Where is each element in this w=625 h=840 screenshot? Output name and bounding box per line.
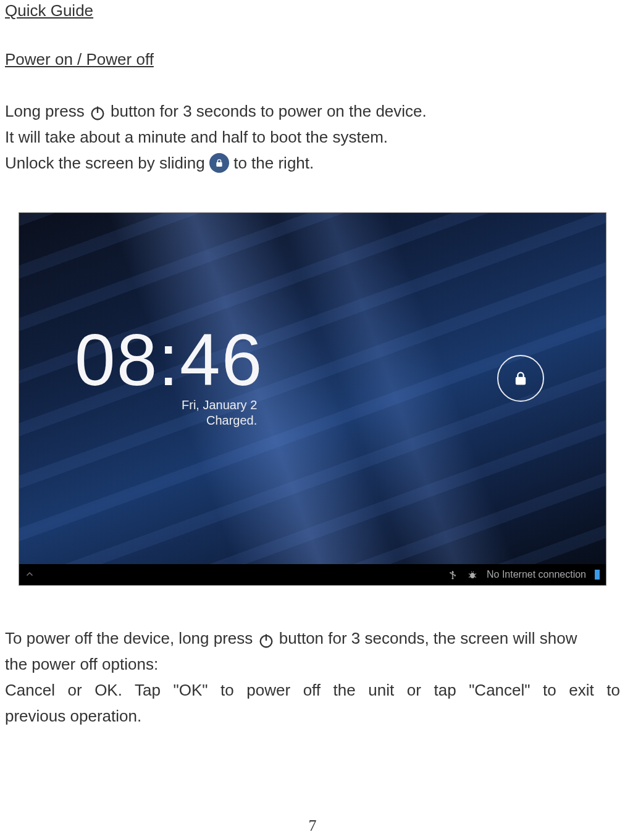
guide-title: Quick Guide <box>5 1 620 20</box>
svg-point-4 <box>452 578 454 580</box>
lockscreen-screenshot: 08:46 Fri, January 2 Charged. <box>19 212 606 586</box>
paragraph-line-3: Unlock the screen by sliding to the righ… <box>5 151 620 175</box>
status-text: No Internet connection <box>487 569 586 580</box>
below-line-4: previous operation. <box>5 703 620 729</box>
para1-text-a: Long press <box>5 102 89 120</box>
svg-point-13 <box>471 572 472 573</box>
clock-time: 08:46 <box>75 318 263 402</box>
clock-area: 08:46 Fri, January 2 Charged. <box>75 318 263 428</box>
para1-text-b: button for 3 seconds to power on the dev… <box>111 102 427 120</box>
paragraph-line-1: Long press button for 3 seconds to power… <box>5 99 620 123</box>
below-line-1: To power off the device, long press butt… <box>5 625 620 651</box>
lock-icon <box>209 153 229 173</box>
below1-text-b: button for 3 seconds, the screen will sh… <box>279 629 577 647</box>
below1-text-a: To power off the device, long press <box>5 629 258 647</box>
battery-icon <box>595 570 600 580</box>
swipe-up-icon <box>24 569 35 583</box>
status-bar: No Internet connection <box>19 564 606 585</box>
usb-icon <box>447 569 458 580</box>
svg-point-6 <box>450 572 451 573</box>
section-title: Power on / Power off <box>5 50 620 69</box>
below-paragraph: To power off the device, long press butt… <box>5 625 620 729</box>
para3-text-b: to the right. <box>233 154 314 172</box>
paragraph-line-2: It will take about a minute and half to … <box>5 125 620 149</box>
lock-slider-handle[interactable] <box>497 355 544 402</box>
svg-rect-7 <box>455 575 456 576</box>
debug-icon <box>467 569 478 580</box>
para3-text-a: Unlock the screen by sliding <box>5 154 209 172</box>
svg-rect-3 <box>516 378 525 385</box>
svg-line-12 <box>474 576 476 578</box>
below-line-3: Cancel or OK. Tap "OK" to power off the … <box>5 677 620 703</box>
svg-line-11 <box>469 576 471 578</box>
svg-point-8 <box>470 573 475 578</box>
power-icon <box>258 631 275 648</box>
below-line-2: the power off options: <box>5 651 620 677</box>
page-number: 7 <box>0 817 625 835</box>
svg-rect-2 <box>217 162 222 166</box>
power-icon <box>89 104 106 121</box>
svg-point-14 <box>473 572 474 573</box>
svg-line-9 <box>469 574 471 575</box>
clock-battery-status: Charged. <box>75 414 257 428</box>
svg-line-10 <box>474 574 476 575</box>
